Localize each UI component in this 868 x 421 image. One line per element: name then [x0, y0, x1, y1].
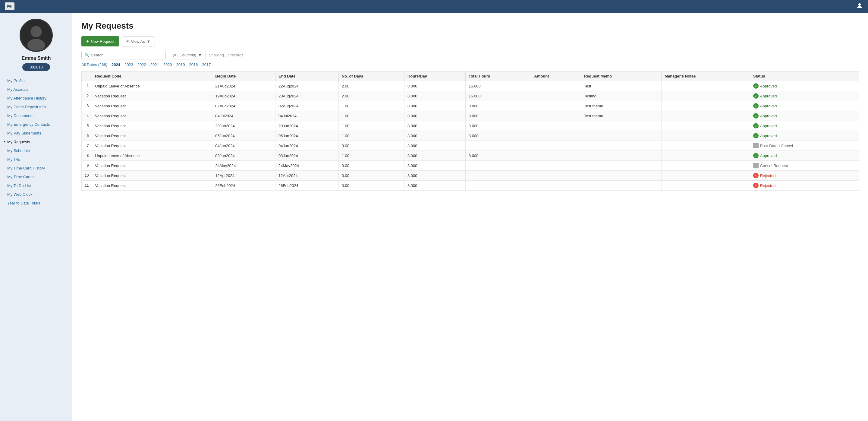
sidebar-item-my-time-card-history[interactable]: My Time Card History	[4, 164, 68, 173]
cell-begindate: 26Feb2024	[212, 181, 276, 190]
status-label: Approved	[760, 84, 777, 88]
search-input[interactable]	[91, 53, 162, 57]
row-number: 6	[82, 131, 92, 141]
showing-records: Showing 17 records	[209, 53, 244, 57]
main-layout: Emma Smith 001013 My ProfileMy AccrualsM…	[0, 13, 868, 421]
cell-enddate: 02Aug2024	[276, 101, 339, 111]
cell-hoursday: 8.000	[404, 131, 465, 141]
table-row[interactable]: 7Vacation Request04Jun202404Jun20240.008…	[82, 141, 859, 151]
table-row[interactable]: 1Unpaid Leave of Absence21Aug202422Aug20…	[82, 81, 859, 91]
cell-enddate: 03Jun2024	[276, 151, 339, 161]
col-header-begin-date: Begin Date	[212, 71, 276, 81]
cell-status: — Past-Dated Cancel	[750, 141, 859, 151]
status-label: Approved	[760, 133, 777, 138]
table-row[interactable]: 10Vacation Request12Apr202412Apr20240.00…	[82, 171, 859, 181]
table-row[interactable]: 4Vacation Request04Jul202404Jul20241.008…	[82, 111, 859, 121]
x-icon: ✕	[753, 183, 758, 188]
cell-totalhours	[465, 171, 531, 181]
date-filter-2020[interactable]: 2020	[163, 62, 172, 67]
table-row[interactable]: 2Vacation Request19Aug202420Aug20242.008…	[82, 91, 859, 101]
cell-managersnotes	[661, 171, 750, 181]
columns-filter-button[interactable]: (All Columns) ▼	[169, 51, 206, 59]
sidebar-item-my-documents[interactable]: My Documents	[4, 111, 68, 120]
status-label: Approved	[760, 94, 777, 98]
cell-managersnotes	[661, 141, 750, 151]
check-icon: ✓	[753, 103, 758, 109]
sidebar-item-my-direct-deposit-info[interactable]: My Direct Deposit Info	[4, 102, 68, 111]
sidebar-item-my-web-clock[interactable]: My Web Clock	[4, 190, 68, 199]
view-as-button[interactable]: ⎘ View As ▼	[122, 36, 155, 47]
date-filter-2023[interactable]: 2023	[124, 62, 133, 67]
date-filter-2022[interactable]: 2022	[137, 62, 146, 67]
cell-status: ✓ Approved	[750, 111, 859, 121]
date-filter-2019[interactable]: 2019	[176, 62, 185, 67]
top-navigation: PGi	[0, 0, 868, 13]
cell-begindate: 19Aug2024	[212, 91, 276, 101]
table-row[interactable]: 8Unpaid Leave of Absence03Jun202403Jun20…	[82, 151, 859, 161]
date-filter-2021[interactable]: 2021	[150, 62, 159, 67]
cell-numdays: 1.00	[338, 111, 404, 121]
col-header-amount: Amount	[531, 71, 581, 81]
cell-requestcode: Vacation Request	[92, 131, 212, 141]
cell-numdays: 0.00	[338, 171, 404, 181]
table-row[interactable]: 3Vacation Request02Aug202402Aug20241.008…	[82, 101, 859, 111]
cell-status: ✓ Approved	[750, 81, 859, 91]
cell-requestmemo	[581, 131, 661, 141]
sidebar-item-my-profile[interactable]: My Profile	[4, 76, 68, 85]
sidebar-item-my-schedule[interactable]: My Schedule	[4, 146, 68, 155]
cell-enddate: 04Jun2024	[276, 141, 339, 151]
search-box[interactable]: 🔍	[82, 51, 166, 59]
cell-requestmemo: Testing	[581, 91, 661, 101]
logo-area: PGi	[5, 2, 14, 10]
user-account-icon[interactable]	[856, 2, 863, 11]
sidebar-item-my-time-cards[interactable]: My Time Cards	[4, 173, 68, 181]
status-label: Approved	[760, 114, 777, 118]
sidebar-item-my-t4s[interactable]: My T4s	[4, 155, 68, 164]
view-as-icon: ⎘	[127, 39, 129, 44]
cell-managersnotes	[661, 181, 750, 190]
table-row[interactable]: 11Vacation Request26Feb202426Feb20240.00…	[82, 181, 859, 190]
logo-badge: PGi	[5, 2, 14, 10]
cell-status: ✓ Approved	[750, 151, 859, 161]
date-filter-2024[interactable]: 2024	[112, 62, 120, 67]
cell-requestcode: Unpaid Leave of Absence	[92, 81, 212, 91]
status-approved: ✓ Approved	[753, 113, 856, 119]
cell-status: — Cancel Request	[750, 161, 859, 171]
cell-hoursday: 8.000	[404, 161, 465, 171]
page-title: My Requests	[82, 21, 859, 31]
cell-numdays: 1.00	[338, 121, 404, 131]
cell-requestcode: Vacation Request	[92, 141, 212, 151]
sidebar-item-my-attendance-history[interactable]: My Attendance History	[4, 94, 68, 102]
date-filter-all-dates-(268)[interactable]: All Dates (268)	[82, 62, 107, 67]
cell-requestmemo: Test memo	[581, 101, 661, 111]
cell-hoursday: 8.000	[404, 101, 465, 111]
date-filter-2017[interactable]: 2017	[202, 62, 211, 67]
check-icon: ✓	[753, 93, 758, 99]
svg-point-2	[858, 3, 861, 6]
sidebar-item-my-accruals[interactable]: My Accruals	[4, 85, 68, 94]
cell-amount	[531, 121, 581, 131]
cell-enddate: 05Jun2024	[276, 131, 339, 141]
cell-status: ✓ Approved	[750, 101, 859, 111]
cell-managersnotes	[661, 131, 750, 141]
cell-begindate: 04Jun2024	[212, 141, 276, 151]
col-header-end-date: End Date	[276, 71, 339, 81]
requests-table: Request CodeBegin DateEnd DateNo. of Day…	[82, 71, 859, 190]
table-row[interactable]: 9Vacation Request24May202424May20240.008…	[82, 161, 859, 171]
cell-numdays: 1.00	[338, 151, 404, 161]
table-row[interactable]: 6Vacation Request05Jun202405Jun20241.008…	[82, 131, 859, 141]
cell-amount	[531, 141, 581, 151]
sidebar-item-my-emergency-contacts[interactable]: My Emergency Contacts	[4, 120, 68, 129]
row-number: 2	[82, 91, 92, 101]
sidebar-item-my-requests[interactable]: My Requests	[4, 138, 68, 146]
columns-dropdown-icon: ▼	[198, 53, 202, 57]
sidebar-item-my-pay-statements[interactable]: My Pay Statements	[4, 129, 68, 138]
date-filter-2018[interactable]: 2018	[189, 62, 198, 67]
new-request-button[interactable]: + New Request	[82, 36, 119, 47]
col-header-no.-of-days: No. of Days	[338, 71, 404, 81]
plus-icon: +	[86, 39, 89, 44]
cell-numdays: 0.00	[338, 141, 404, 151]
sidebar-item-my-to-do-list[interactable]: My To Do List	[4, 181, 68, 190]
sidebar-item-year-to-date-totals[interactable]: Year to Date Totals	[4, 199, 68, 208]
table-row[interactable]: 5Vacation Request20Jun202420Jun20241.008…	[82, 121, 859, 131]
